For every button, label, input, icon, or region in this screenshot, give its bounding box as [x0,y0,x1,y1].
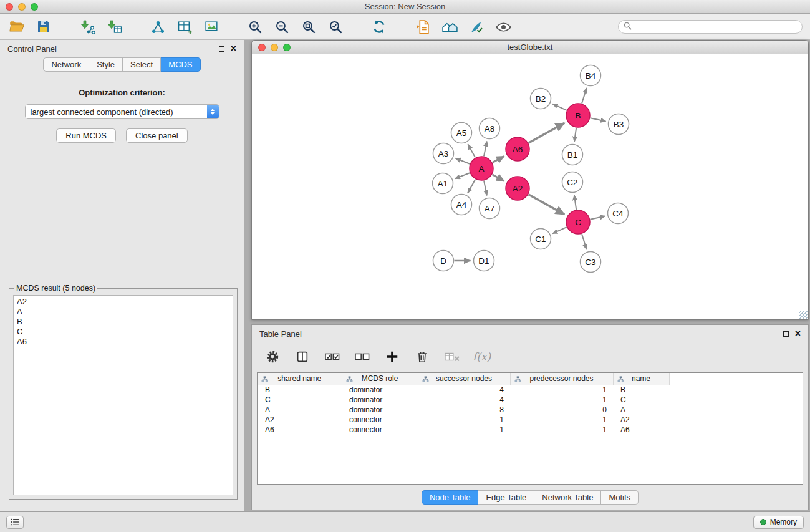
edge-B-B1[interactable] [574,128,576,142]
close-panel-icon[interactable]: × [231,46,236,52]
optimization-criterion-dropdown[interactable]: largest connected component (directed) [25,104,219,119]
window-resize-handle[interactable] [799,311,808,319]
apply-style-icon[interactable] [467,17,486,36]
open-session-icon[interactable] [7,17,26,36]
table-cell[interactable]: A2 [613,415,669,425]
network-canvas[interactable]: B4B2BB3A5A8A6B1A3AC2A1A2A4A7CC4C1C3DD1 [252,55,808,319]
edge-C-C2[interactable] [574,195,576,210]
node-A1[interactable]: A1 [433,173,453,194]
search-field[interactable] [618,20,803,34]
node-A2[interactable]: A2 [506,177,529,200]
table-cell[interactable]: A6 [613,425,669,435]
node-A5[interactable]: A5 [451,123,472,143]
delete-row-icon[interactable] [413,347,432,366]
table-settings-gear-icon[interactable] [263,347,282,366]
delete-table-icon[interactable] [443,347,461,366]
node-A3[interactable]: A3 [433,143,454,164]
node-B4[interactable]: B4 [581,65,601,86]
edge-A-A3[interactable] [456,158,470,164]
table-cell[interactable]: 1 [510,385,613,395]
new-table-icon[interactable] [175,17,194,36]
tab-edge-table[interactable]: Edge Table [478,490,534,505]
edge-A-A6[interactable] [493,157,504,163]
mcds-result-item[interactable]: A2 [17,297,229,307]
table-row[interactable]: Bdominator41B [258,385,803,395]
node-A4[interactable]: A4 [451,195,472,215]
table-cell[interactable]: connector [342,415,418,425]
table-cell[interactable]: dominator [342,405,418,415]
node-table[interactable]: shared nameMCDS rolesuccessor nodesprede… [257,372,803,485]
edge-A-A2[interactable] [493,175,504,181]
edge-A-A4[interactable] [468,180,475,193]
mcds-result-item[interactable]: A6 [17,337,229,347]
node-C[interactable]: C [566,210,590,234]
tab-style[interactable]: Style [89,57,123,72]
zoom-in-icon[interactable] [246,17,264,36]
table-cell[interactable]: 1 [510,395,613,405]
function-builder-icon[interactable]: f(x) [473,351,491,363]
network-maximize-button[interactable] [283,44,291,51]
network-minimize-button[interactable] [271,44,278,51]
memory-button[interactable]: Memory [753,516,804,529]
table-cell[interactable]: 1 [418,415,510,425]
float-panel-icon[interactable] [219,46,224,52]
run-mcds-button[interactable]: Run MCDS [56,128,116,143]
table-cell[interactable]: 8 [418,405,510,415]
table-cell[interactable]: C [258,395,342,405]
table-cell[interactable]: B [258,385,342,395]
column-header-name[interactable]: name [613,373,669,385]
edge-A-A5[interactable] [468,144,475,157]
zoom-selected-icon[interactable] [326,17,345,36]
table-row[interactable]: Cdominator41C [258,395,803,405]
task-history-button[interactable] [6,516,24,529]
node-B1[interactable]: B1 [562,145,583,165]
edge-A-A8[interactable] [484,142,487,157]
network-graph[interactable]: B4B2BB3A5A8A6B1A3AC2A1A2A4A7CC4C1C3DD1 [252,55,808,319]
table-cell[interactable]: C [613,395,669,405]
node-D[interactable]: D [433,251,454,271]
close-panel-button[interactable]: Close panel [126,128,188,143]
table-cell[interactable]: A2 [258,415,342,425]
eye-icon[interactable] [494,17,513,36]
import-table-icon[interactable] [105,17,123,36]
node-A[interactable]: A [470,157,493,180]
table-row[interactable]: Adominator80A [258,405,803,415]
search-input[interactable] [635,22,797,31]
node-C4[interactable]: C4 [608,203,629,224]
table-cell[interactable]: 4 [418,395,510,405]
zoom-fit-icon[interactable] [299,17,318,36]
column-header-successor-nodes[interactable]: successor nodes [418,373,510,385]
close-window-button[interactable] [6,3,13,11]
tab-network[interactable]: Network [43,57,89,72]
node-B[interactable]: B [566,104,590,127]
node-C1[interactable]: C1 [531,229,551,249]
table-cell[interactable]: connector [342,425,418,435]
tab-network-table[interactable]: Network Table [534,490,601,505]
close-table-panel-icon[interactable]: × [795,331,801,337]
column-header-shared-name[interactable]: shared name [258,373,342,385]
table-cell[interactable]: A6 [258,425,342,435]
new-network-icon[interactable] [148,17,167,36]
table-cell[interactable]: dominator [342,395,418,405]
deselect-all-icon[interactable] [353,347,372,366]
refresh-icon[interactable] [370,17,388,36]
node-B2[interactable]: B2 [531,89,551,109]
select-all-icon[interactable] [323,347,342,366]
column-header-predecessor-nodes[interactable]: predecessor nodes [510,373,613,385]
node-D1[interactable]: D1 [474,251,494,271]
edge-C-C1[interactable] [552,227,567,233]
edge-A-A1[interactable] [455,173,470,178]
tab-select[interactable]: Select [123,57,161,72]
tab-motifs[interactable]: Motifs [601,490,639,505]
table-cell[interactable]: 0 [510,405,613,415]
show-columns-icon[interactable] [293,347,312,366]
home-layout-icon[interactable] [440,17,459,36]
edge-B-B3[interactable] [591,118,606,121]
float-table-panel-icon[interactable] [783,331,789,337]
add-row-icon[interactable] [383,347,402,366]
table-row[interactable]: A6connector11A6 [258,425,803,435]
table-cell[interactable]: 4 [418,385,510,395]
table-cell[interactable]: dominator [342,385,418,395]
table-cell[interactable]: A [613,405,669,415]
table-cell[interactable]: 1 [510,415,613,425]
